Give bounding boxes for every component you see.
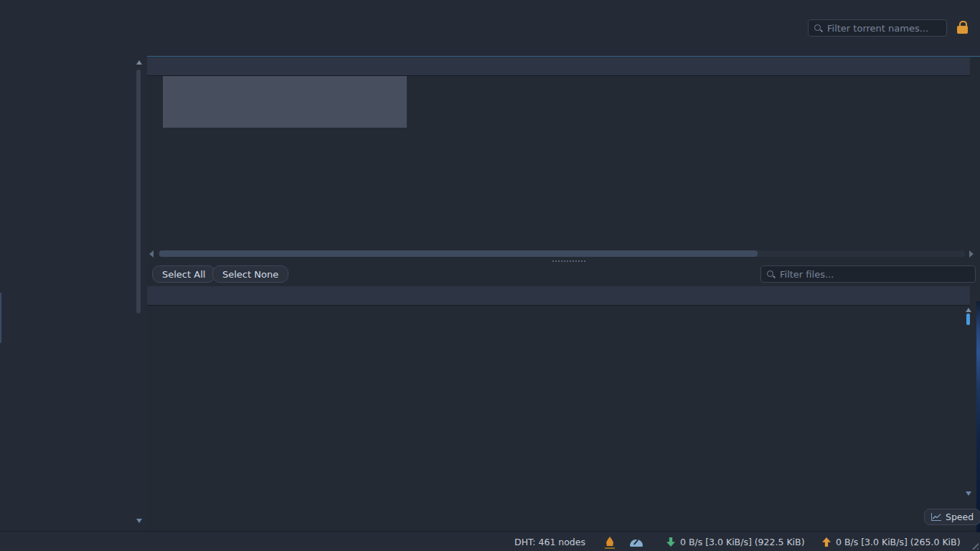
scroll-up-icon[interactable] [136,60,142,65]
pane-focus-border [147,56,980,57]
files-filter-box [760,265,976,283]
desktop-wallpaper-edge [976,301,980,532]
upload-arrow-icon [822,537,831,549]
pane-splitter-handle[interactable] [552,260,585,262]
resize-grip[interactable] [969,540,979,550]
files-vertical-scrollbar[interactable] [965,306,972,499]
scrollbar-thumb[interactable] [966,314,970,325]
view-tab-bar [0,39,980,56]
qbittorrent-window: Select All Select None Speed DHT: 461 no… [0,0,980,551]
download-speed-status: 0 B/s [3.0 KiB/s] (922.5 KiB) [680,537,805,547]
menu-bar [0,0,980,20]
chart-icon [931,513,941,521]
status-bar: DHT: 461 nodes 0 B/s [3.0 KiB/s] (922.5 … [0,531,980,551]
transfers-table-header [147,57,970,76]
search-icon [766,270,776,279]
search-icon [814,24,823,33]
scroll-left-icon[interactable] [149,250,154,258]
lock-button[interactable] [957,20,968,36]
flame-icon [606,537,613,546]
alt-speed-toggle[interactable] [606,537,613,548]
scrollbar-thumb[interactable] [159,250,758,257]
scroll-down-icon[interactable] [136,519,142,523]
main-pane: Select All Select None Speed [147,56,980,531]
desktop-wallpaper-edge [0,293,1,343]
dht-nodes-status: DHT: 461 nodes [514,537,585,547]
select-all-button[interactable]: Select All [152,265,215,283]
files-table [147,306,970,512]
filter-sidebar [0,56,142,531]
sidebar-scrollbar[interactable] [136,59,142,528]
lock-icon [957,26,968,34]
speed-button-label: Speed [946,512,974,522]
connection-status[interactable] [630,538,643,549]
select-none-button[interactable]: Select None [212,265,288,283]
files-table-header [147,286,970,306]
scroll-down-icon[interactable] [966,491,971,496]
horizontal-scrollbar[interactable] [147,249,980,259]
torrent-filter-input[interactable] [827,23,946,34]
torrent-filter-box [808,19,947,37]
scroll-right-icon[interactable] [969,250,974,258]
redacted-torrent-names [163,76,407,128]
gauge-icon [630,540,643,547]
upload-speed-status: 0 B/s [3.0 KiB/s] (265.0 KiB) [836,537,961,547]
speed-widget-button[interactable]: Speed [924,509,980,525]
download-arrow-icon [666,537,675,549]
files-filter-input[interactable] [780,269,975,280]
scroll-up-icon[interactable] [966,308,971,312]
flame-underline [605,547,615,549]
scrollbar-thumb[interactable] [136,70,141,314]
